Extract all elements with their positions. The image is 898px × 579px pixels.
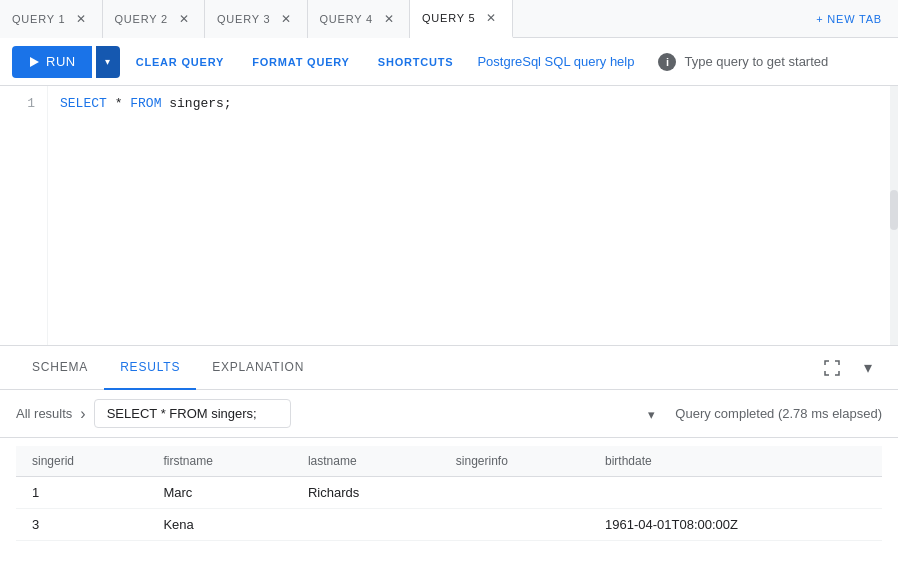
cell-birthdate-2: 1961-04-01T08:00:00Z <box>589 509 882 541</box>
tab-query1-close[interactable]: ✕ <box>74 11 90 27</box>
toolbar: RUN ▾ CLEAR QUERY FORMAT QUERY SHORTCUTS… <box>0 38 898 86</box>
keyword-from: FROM <box>130 96 161 111</box>
shortcuts-button[interactable]: SHORTCUTS <box>366 46 466 78</box>
query-select-wrap: SELECT * FROM singers; <box>94 399 668 428</box>
table-body: 1 Marc Richards 3 Kena 1961-04-01T08:00:… <box>16 477 882 541</box>
help-link[interactable]: PostgreSql SQL query help <box>469 54 642 69</box>
cell-singerid-2: 3 <box>16 509 147 541</box>
results-tabs: SCHEMA RESULTS EXPLANATION ▾ <box>0 346 898 390</box>
new-tab-button[interactable]: + NEW TAB <box>808 9 890 29</box>
editor-content[interactable]: SELECT * FROM singers; <box>48 86 898 345</box>
cell-singerinfo-1 <box>440 477 589 509</box>
run-dropdown-button[interactable]: ▾ <box>96 46 120 78</box>
tab-query1[interactable]: QUERY 1 ✕ <box>0 0 103 38</box>
format-query-label: FORMAT QUERY <box>252 56 350 68</box>
help-link-text: PostgreSql SQL query help <box>477 54 634 69</box>
scrollbar-thumb[interactable] <box>890 190 898 230</box>
col-singerid: singerid <box>16 446 147 477</box>
sql-star: * <box>115 96 131 111</box>
cell-singerinfo-2 <box>440 509 589 541</box>
tab-bar: QUERY 1 ✕ QUERY 2 ✕ QUERY 3 ✕ QUERY 4 ✕ … <box>0 0 898 38</box>
tab-query4[interactable]: QUERY 4 ✕ <box>308 0 411 38</box>
tabs-actions: ▾ <box>818 354 882 382</box>
clear-query-label: CLEAR QUERY <box>136 56 224 68</box>
results-filter: All results › SELECT * FROM singers; Que… <box>0 390 898 438</box>
line-number-1: 1 <box>0 94 35 114</box>
tab-query4-label: QUERY 4 <box>320 13 374 25</box>
tab-explanation[interactable]: EXPLANATION <box>196 346 320 390</box>
tab-query5-close[interactable]: ✕ <box>484 10 500 26</box>
clear-query-button[interactable]: CLEAR QUERY <box>124 46 236 78</box>
run-dropdown-arrow-icon: ▾ <box>105 56 110 67</box>
results-table-wrap: singerid firstname lastname singerinfo b… <box>0 438 898 549</box>
toolbar-info: i Type query to get started <box>658 53 828 71</box>
tab-query3[interactable]: QUERY 3 ✕ <box>205 0 308 38</box>
tab-query3-close[interactable]: ✕ <box>279 11 295 27</box>
info-icon: i <box>658 53 676 71</box>
tab-query5[interactable]: QUERY 5 ✕ <box>410 0 513 38</box>
shortcuts-label: SHORTCUTS <box>378 56 454 68</box>
info-text: Type query to get started <box>684 54 828 69</box>
col-singerinfo: singerinfo <box>440 446 589 477</box>
run-label: RUN <box>46 54 76 69</box>
tab-query4-close[interactable]: ✕ <box>381 11 397 27</box>
query-status: Query completed (2.78 ms elapsed) <box>675 406 882 421</box>
expand-icon-button[interactable] <box>818 354 846 382</box>
tab-explanation-label: EXPLANATION <box>212 360 304 374</box>
line-numbers: 1 <box>0 86 48 345</box>
chevron-down-icon-button[interactable]: ▾ <box>854 354 882 382</box>
tab-results-label: RESULTS <box>120 360 180 374</box>
cell-birthdate-1 <box>589 477 882 509</box>
chevron-down-icon: ▾ <box>864 358 872 377</box>
tab-schema[interactable]: SCHEMA <box>16 346 104 390</box>
tab-query1-label: QUERY 1 <box>12 13 66 25</box>
cell-firstname-2: Kena <box>147 509 291 541</box>
table-header-row: singerid firstname lastname singerinfo b… <box>16 446 882 477</box>
run-button[interactable]: RUN <box>12 46 92 78</box>
table-head: singerid firstname lastname singerinfo b… <box>16 446 882 477</box>
editor-area[interactable]: 1 SELECT * FROM singers; <box>0 86 898 346</box>
tab-query5-label: QUERY 5 <box>422 12 476 24</box>
col-firstname: firstname <box>147 446 291 477</box>
tab-schema-label: SCHEMA <box>32 360 88 374</box>
table-row: 3 Kena 1961-04-01T08:00:00Z <box>16 509 882 541</box>
table-row: 1 Marc Richards <box>16 477 882 509</box>
expand-icon <box>823 359 841 377</box>
keyword-select: SELECT <box>60 96 107 111</box>
col-lastname: lastname <box>292 446 440 477</box>
results-table: singerid firstname lastname singerinfo b… <box>16 446 882 541</box>
query-select[interactable]: SELECT * FROM singers; <box>94 399 291 428</box>
sql-table: singers; <box>169 96 231 111</box>
tab-results[interactable]: RESULTS <box>104 346 196 390</box>
cell-lastname-1: Richards <box>292 477 440 509</box>
tab-query2-close[interactable]: ✕ <box>176 11 192 27</box>
col-birthdate: birthdate <box>589 446 882 477</box>
chevron-right-icon[interactable]: › <box>80 405 85 423</box>
all-results-label: All results <box>16 406 72 421</box>
cell-firstname-1: Marc <box>147 477 291 509</box>
cell-singerid-1: 1 <box>16 477 147 509</box>
tab-query2[interactable]: QUERY 2 ✕ <box>103 0 206 38</box>
tab-query2-label: QUERY 2 <box>115 13 169 25</box>
svg-marker-0 <box>30 57 39 67</box>
format-query-button[interactable]: FORMAT QUERY <box>240 46 362 78</box>
new-tab-label: + NEW TAB <box>816 13 882 25</box>
scrollbar-track[interactable] <box>890 86 898 345</box>
cell-lastname-2 <box>292 509 440 541</box>
tab-query3-label: QUERY 3 <box>217 13 271 25</box>
play-icon <box>28 56 40 68</box>
